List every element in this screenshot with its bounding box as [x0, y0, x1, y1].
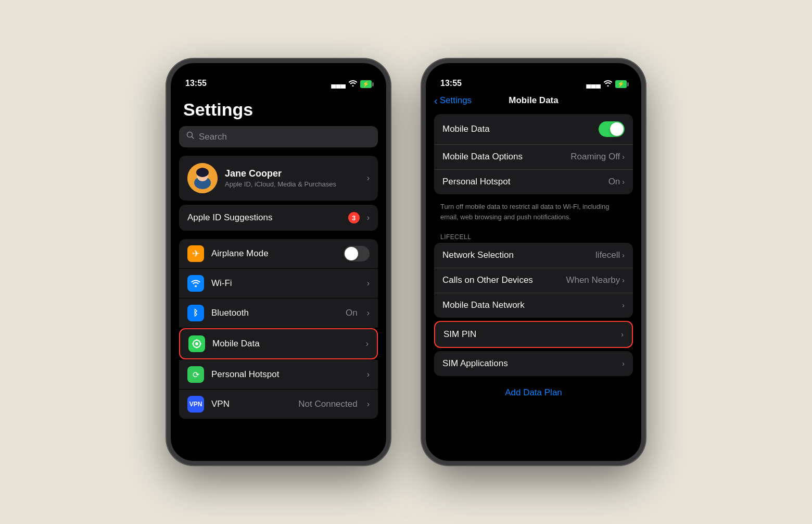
calls-other-devices-chevron: ›	[622, 276, 625, 284]
mobile-data-chevron: ›	[366, 339, 369, 348]
nav-back-label: Settings	[440, 95, 472, 106]
settings-screen: Settings Search	[171, 91, 386, 461]
settings-group: ✈ Airplane Mode Wi-	[179, 239, 378, 419]
mobile-data-icon	[188, 335, 205, 352]
mobile-data-hint: Turn off mobile data to restrict all dat…	[426, 197, 641, 229]
nav-bar: ‹ Settings Mobile Data	[426, 91, 641, 110]
svg-point-5	[196, 168, 209, 177]
sim-pin-row[interactable]: SIM PIN ›	[435, 322, 632, 347]
mobile-data-network-label: Mobile Data Network	[442, 300, 622, 310]
network-selection-label: Network Selection	[442, 250, 595, 260]
dynamic-island-right	[502, 69, 565, 87]
vpn-value: Not Connected	[298, 399, 357, 409]
mobile-data-row-container[interactable]: Mobile Data ›	[179, 328, 378, 359]
vpn-label: VPN	[211, 399, 291, 409]
profile-avatar	[187, 163, 218, 193]
profile-card[interactable]: Jane Cooper Apple ID, iCloud, Media & Pu…	[179, 156, 378, 201]
status-icons-right: ▄▄▄ ⚡	[586, 80, 627, 88]
search-icon	[186, 131, 195, 142]
add-data-plan[interactable]: Add Data Plan	[426, 379, 641, 406]
wifi-icon	[349, 80, 357, 88]
calls-other-devices-value: When Nearby	[566, 275, 620, 285]
back-chevron: ‹	[434, 95, 438, 107]
personal-hotspot-chevron: ›	[622, 178, 625, 186]
mobile-data-screen: ‹ Settings Mobile Data Mobile Data Mobil…	[426, 91, 641, 461]
suggestions-right: 3 ›	[348, 212, 370, 223]
bluetooth-row[interactable]: ᛒ Bluetooth On ›	[179, 298, 378, 328]
airplane-toggle[interactable]	[344, 246, 370, 261]
mobile-data-network-chevron: ›	[622, 301, 625, 309]
bluetooth-chevron: ›	[367, 308, 370, 318]
personal-hotspot-value: On	[608, 177, 620, 187]
hotspot-row[interactable]: ⟳ Personal Hotspot ›	[179, 360, 378, 389]
time-right: 13:55	[440, 79, 462, 88]
battery-icon: ⚡	[360, 80, 372, 88]
status-icons-left: ▄▄▄ ⚡	[331, 80, 372, 88]
network-selection-chevron: ›	[622, 251, 625, 259]
vpn-row[interactable]: VPN VPN Not Connected ›	[179, 390, 378, 419]
bluetooth-icon: ᛒ	[187, 305, 204, 321]
lifecell-section-label: LIFECELL	[426, 229, 641, 243]
network-selection-value: lifecell	[595, 250, 620, 260]
hotspot-label: Personal Hotspot	[211, 369, 360, 380]
sim-pin-row-container[interactable]: SIM PIN ›	[434, 321, 633, 348]
mobile-data-toggle-label: Mobile Data	[442, 124, 599, 134]
mobile-data-label: Mobile Data	[212, 339, 359, 349]
mobile-data-options-value: Roaming Off	[570, 152, 620, 162]
sim-applications-group: SIM Applications ›	[434, 351, 633, 376]
personal-hotspot-row[interactable]: Personal Hotspot On ›	[434, 169, 633, 194]
profile-chevron: ›	[367, 173, 370, 183]
personal-hotspot-label: Personal Hotspot	[442, 177, 608, 187]
wifi-label: Wi-Fi	[211, 278, 360, 289]
nav-back-button[interactable]: ‹ Settings	[434, 95, 472, 107]
wifi-icon-right	[604, 80, 612, 88]
hotspot-icon: ⟳	[187, 366, 204, 383]
hotspot-chevron: ›	[367, 370, 370, 379]
mobile-data-options-label: Mobile Data Options	[442, 152, 570, 162]
mobile-data-toggle-row[interactable]: Mobile Data	[434, 114, 633, 144]
time-left: 13:55	[185, 79, 207, 88]
calls-other-devices-label: Calls on Other Devices	[442, 275, 566, 285]
sim-applications-chevron: ›	[622, 359, 625, 368]
suggestions-badge: 3	[348, 212, 360, 223]
search-bar[interactable]: Search	[179, 126, 378, 147]
nav-title: Mobile Data	[509, 95, 558, 106]
suggestions-chevron: ›	[367, 213, 370, 222]
mobile-data-row[interactable]: Mobile Data ›	[180, 329, 377, 358]
vpn-chevron: ›	[367, 400, 370, 409]
sim-pin-label: SIM PIN	[443, 329, 621, 340]
signal-icon-right: ▄▄▄	[586, 80, 601, 88]
vpn-icon: VPN	[187, 396, 204, 413]
wifi-settings-icon	[187, 275, 204, 292]
main-settings-group: Mobile Data Mobile Data Options Roaming …	[434, 114, 633, 194]
suggestions-row[interactable]: Apple ID Suggestions 3 ›	[179, 205, 378, 231]
battery-icon-right: ⚡	[615, 80, 627, 88]
wifi-chevron: ›	[367, 279, 370, 288]
settings-title: Settings	[179, 91, 378, 126]
sim-applications-row[interactable]: SIM Applications ›	[434, 351, 633, 376]
network-selection-row[interactable]: Network Selection lifecell ›	[434, 243, 633, 268]
right-phone: 13:55 ▄▄▄ ⚡ ‹ Settings Mobile Data	[422, 59, 645, 465]
left-phone: 13:55 ▄▄▄ ⚡ Settings Search	[167, 59, 390, 465]
profile-subtitle: Apple ID, iCloud, Media & Purchases	[225, 180, 360, 188]
calls-other-devices-row[interactable]: Calls on Other Devices When Nearby ›	[434, 268, 633, 293]
svg-line-1	[192, 137, 194, 139]
signal-icon: ▄▄▄	[331, 80, 346, 88]
search-placeholder: Search	[199, 132, 227, 142]
airplane-label: Airplane Mode	[211, 248, 336, 259]
airplane-icon: ✈	[187, 245, 204, 262]
suggestions-label: Apple ID Suggestions	[187, 213, 273, 223]
profile-info: Jane Cooper Apple ID, iCloud, Media & Pu…	[225, 168, 360, 188]
mobile-data-options-chevron: ›	[622, 153, 625, 161]
lifecell-group: Network Selection lifecell › Calls on Ot…	[434, 243, 633, 318]
mobile-data-options-row[interactable]: Mobile Data Options Roaming Off ›	[434, 144, 633, 169]
bluetooth-label: Bluetooth	[211, 308, 338, 318]
airplane-mode-row[interactable]: ✈ Airplane Mode	[179, 239, 378, 268]
mobile-data-network-row[interactable]: Mobile Data Network ›	[434, 293, 633, 318]
mobile-data-toggle[interactable]	[599, 121, 625, 137]
wifi-row[interactable]: Wi-Fi ›	[179, 269, 378, 298]
sim-applications-label: SIM Applications	[442, 358, 622, 369]
sim-pin-chevron: ›	[621, 330, 624, 339]
svg-point-7	[195, 342, 198, 345]
profile-name: Jane Cooper	[225, 168, 360, 179]
